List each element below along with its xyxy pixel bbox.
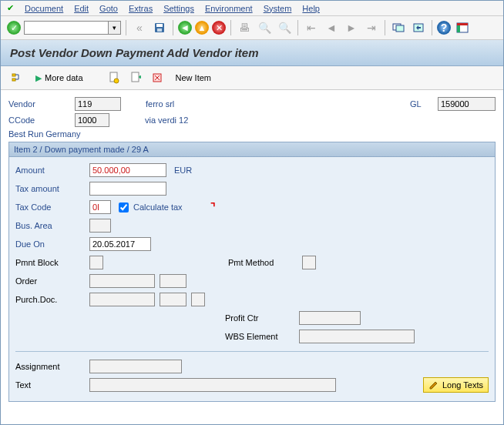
calculate-tax-input[interactable] xyxy=(119,202,129,212)
help-icon[interactable]: ? xyxy=(437,21,451,35)
tax-amount-field[interactable] xyxy=(89,182,166,196)
ccode-field[interactable] xyxy=(75,113,109,127)
panel-title: Item 2 / Down payment made / 29 A xyxy=(9,142,495,157)
tax-amount-label: Tax amount xyxy=(15,184,85,193)
save-icon[interactable] xyxy=(151,19,168,36)
tax-code-field[interactable] xyxy=(89,200,111,214)
svg-rect-4 xyxy=(396,25,404,32)
svg-rect-2 xyxy=(157,28,162,32)
menu-accept-icon[interactable]: ✔ xyxy=(7,3,14,13)
gl-label: GL xyxy=(410,99,433,109)
long-texts-button[interactable]: Long Texts xyxy=(423,377,489,393)
long-texts-label: Long Texts xyxy=(442,380,483,390)
last-page-icon: ⇥ xyxy=(363,19,380,36)
due-on-field[interactable] xyxy=(89,237,151,251)
gl-field[interactable] xyxy=(438,97,496,111)
command-dropdown-icon[interactable]: ▾ xyxy=(109,21,121,35)
bus-area-label: Bus. Area xyxy=(15,221,85,230)
menubar: ✔ Document Edit Goto Extras Settings Env… xyxy=(1,1,503,16)
vendor-field[interactable] xyxy=(75,97,121,111)
order-item-field[interactable] xyxy=(160,274,186,288)
item-panel: Item 2 / Down payment made / 29 A Amount… xyxy=(8,142,496,402)
tree-icon[interactable] xyxy=(8,69,25,86)
menu-system[interactable]: System xyxy=(264,4,292,13)
required-bracket-icon: ⌝ xyxy=(210,201,216,213)
vendor-name: ferro srl xyxy=(146,99,300,109)
page-title: Post Vendor Down Payment Add Vendor item xyxy=(1,40,503,66)
new-item-label: New Item xyxy=(176,73,211,82)
wbs-field[interactable] xyxy=(299,330,415,343)
separator xyxy=(432,20,432,35)
more-data-button[interactable]: ▶ More data xyxy=(30,71,89,85)
command-field-wrap: ▾ xyxy=(24,21,121,35)
new-item-button[interactable]: New Item xyxy=(170,71,217,85)
separator xyxy=(385,20,385,35)
panel-body: Amount EUR Tax amount Tax Code Calculate… xyxy=(9,157,495,401)
layout-icon[interactable] xyxy=(454,19,471,36)
content-area: Vendor ferro srl GL CCode via verdi 12 B… xyxy=(1,90,503,424)
exit-icon[interactable]: ▲ xyxy=(195,21,209,35)
pmnt-block-label: Pmnt Block xyxy=(15,258,85,267)
shortcut-icon[interactable] xyxy=(410,19,427,36)
separator xyxy=(173,20,173,35)
print-icon: 🖶 xyxy=(236,19,253,36)
purch-doc-label: Purch.Doc. xyxy=(15,295,85,304)
purch-item-field[interactable] xyxy=(160,293,186,306)
pmnt-block-field[interactable] xyxy=(89,256,103,269)
text-label: Text xyxy=(15,380,85,390)
back-arrow-icon[interactable]: ◄ xyxy=(178,21,192,35)
svg-rect-10 xyxy=(12,79,15,81)
assignment-field[interactable] xyxy=(89,360,182,373)
profit-ctr-field[interactable] xyxy=(299,311,361,325)
purch-doc-field[interactable] xyxy=(89,293,155,306)
triangle-right-icon: ▶ xyxy=(35,73,42,83)
menu-edit[interactable]: Edit xyxy=(74,4,89,13)
ccode-label: CCode xyxy=(8,115,70,125)
menu-help[interactable]: Help xyxy=(302,4,320,13)
svg-point-12 xyxy=(114,79,119,83)
svg-rect-1 xyxy=(156,24,163,27)
pmt-method-field[interactable] xyxy=(302,256,316,269)
new-session-icon[interactable] xyxy=(390,19,407,36)
command-field[interactable] xyxy=(24,21,109,35)
svg-rect-9 xyxy=(12,74,15,76)
company-name: Best Run Germany xyxy=(8,129,81,139)
first-page-icon: ⇤ xyxy=(303,19,320,36)
currency-label: EUR xyxy=(174,166,192,175)
due-on-label: Due On xyxy=(15,239,85,249)
tax-code-label: Tax Code xyxy=(15,202,85,212)
create-icon[interactable] xyxy=(106,69,123,86)
next-page-icon: ► xyxy=(343,19,360,36)
text-field[interactable] xyxy=(89,378,336,392)
amount-label: Amount xyxy=(15,166,85,175)
cancel-icon[interactable]: ✕ xyxy=(212,21,226,35)
sub-toolbar: ▶ More data New Item xyxy=(1,66,503,90)
wbs-label: WBS Element xyxy=(225,332,294,341)
menu-settings[interactable]: Settings xyxy=(163,4,194,13)
more-data-label: More data xyxy=(45,73,83,82)
bus-area-field[interactable] xyxy=(89,219,111,233)
prev-page-icon: ◄ xyxy=(323,19,340,36)
separator xyxy=(230,20,231,35)
separator xyxy=(126,20,126,35)
vendor-label: Vendor xyxy=(8,99,70,109)
separator xyxy=(297,20,298,35)
menu-goto[interactable]: Goto xyxy=(99,4,118,13)
calculate-tax-checkbox[interactable]: Calculate tax xyxy=(116,200,183,215)
delete-icon[interactable] xyxy=(149,69,166,86)
pencil-icon xyxy=(428,380,439,390)
divider xyxy=(15,351,489,352)
menu-extras[interactable]: Extras xyxy=(129,4,153,13)
calculate-tax-label: Calculate tax xyxy=(133,202,183,212)
amount-field[interactable] xyxy=(89,163,166,177)
enter-icon[interactable]: ✓ xyxy=(7,21,21,35)
copy-icon[interactable] xyxy=(127,69,144,86)
purch-sub-field[interactable] xyxy=(191,293,205,306)
svg-rect-13 xyxy=(132,72,139,82)
find-next-icon: 🔍 xyxy=(276,19,293,36)
svg-rect-8 xyxy=(457,25,460,32)
menu-document[interactable]: Document xyxy=(25,4,63,13)
menu-environment[interactable]: Environment xyxy=(205,4,253,13)
svg-rect-7 xyxy=(457,23,468,25)
order-field[interactable] xyxy=(89,274,155,288)
